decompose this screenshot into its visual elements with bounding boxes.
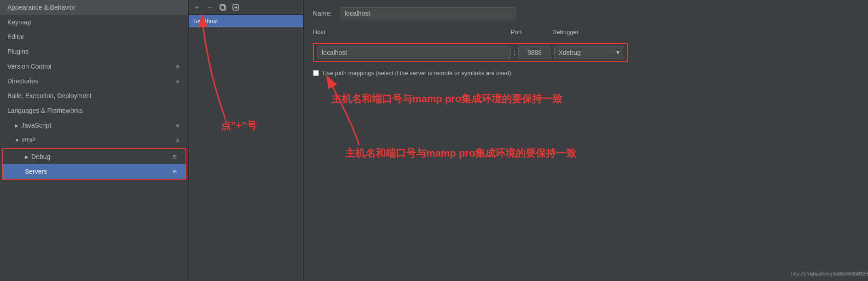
remove-server-button[interactable]: − <box>204 2 215 13</box>
port-col-header: Port <box>511 29 548 35</box>
php-icon: ⊞ <box>174 136 181 144</box>
debugger-col-header: Debugger <box>552 29 626 35</box>
annotation-host-port: 主机名和端口号与mamp pro集成环境的要保持一致 <box>331 92 562 106</box>
server-list: localhost <box>189 15 303 281</box>
sidebar-item-build[interactable]: Build, Execution, Deployment <box>0 88 188 103</box>
sidebar-item-editor[interactable]: Editor <box>0 29 188 44</box>
sidebar-item-plugins[interactable]: Plugins <box>0 44 188 59</box>
col-headers: Host Port Debugger <box>313 29 859 35</box>
sidebar-item-appearance[interactable]: Appearance & Behavior <box>0 0 188 15</box>
name-field-row: Name: <box>313 7 859 19</box>
debugger-select-wrapper: Xdebug Zend Debugger ▼ <box>554 47 623 59</box>
connection-row: : Xdebug Zend Debugger ▼ <box>313 43 628 62</box>
sidebar-item-php[interactable]: ▼ PHP ⊞ <box>0 133 188 147</box>
colon-separator: : <box>514 48 515 57</box>
sidebar-item-languages[interactable]: Languages & Frameworks <box>0 103 188 118</box>
path-mappings-label: Use path mappings (select if the server … <box>323 70 511 76</box>
js-expand-arrow: ▶ <box>15 123 18 128</box>
host-col-header: Host <box>313 29 506 35</box>
detail-area: Name: Host Port Debugger : Xdebug Zend D… <box>304 0 868 281</box>
sidebar-item-keymap[interactable]: Keymap <box>0 15 188 29</box>
name-label: Name: <box>313 10 336 17</box>
server-list-panel: + − localhost <box>189 0 304 281</box>
php-expand-arrow: ▼ <box>15 138 19 143</box>
path-mappings-row: Use path mappings (select if the server … <box>313 70 859 76</box>
sidebar-item-debug[interactable]: ▶ Debug ⊞ <box>3 149 185 164</box>
server-detail-panel: Name: Host Port Debugger : Xdebug Zend D… <box>304 0 868 281</box>
host-input[interactable] <box>318 47 511 59</box>
import-server-button[interactable] <box>230 2 241 13</box>
debug-icon: ⊞ <box>171 153 178 160</box>
vcs-icon: ⊞ <box>174 63 181 70</box>
server-list-item[interactable]: localhost <box>189 15 303 27</box>
copy-server-button[interactable] <box>217 2 228 13</box>
sidebar-item-javascript[interactable]: ▶ JavaScript ⊞ <box>0 118 188 133</box>
add-server-button[interactable]: + <box>191 2 203 13</box>
js-icon: ⊞ <box>174 122 181 129</box>
sidebar-item-directories[interactable]: Directories ⊞ <box>0 74 188 88</box>
path-mappings-checkbox[interactable] <box>313 70 319 76</box>
sidebar-item-version-control[interactable]: Version Control ⊞ <box>0 59 188 74</box>
debugger-select[interactable]: Xdebug Zend Debugger <box>554 47 623 59</box>
port-input[interactable] <box>518 47 550 59</box>
debug-expand-arrow: ▶ <box>25 154 29 159</box>
name-input[interactable] <box>341 7 515 19</box>
sidebar-item-servers[interactable]: Servers ⊞ <box>3 164 185 179</box>
servers-icon: ⊞ <box>171 168 178 175</box>
dir-icon: ⊞ <box>174 77 181 85</box>
settings-sidebar: Appearance & Behavior Keymap Editor Plug… <box>0 0 189 281</box>
server-toolbar: + − <box>189 0 303 15</box>
